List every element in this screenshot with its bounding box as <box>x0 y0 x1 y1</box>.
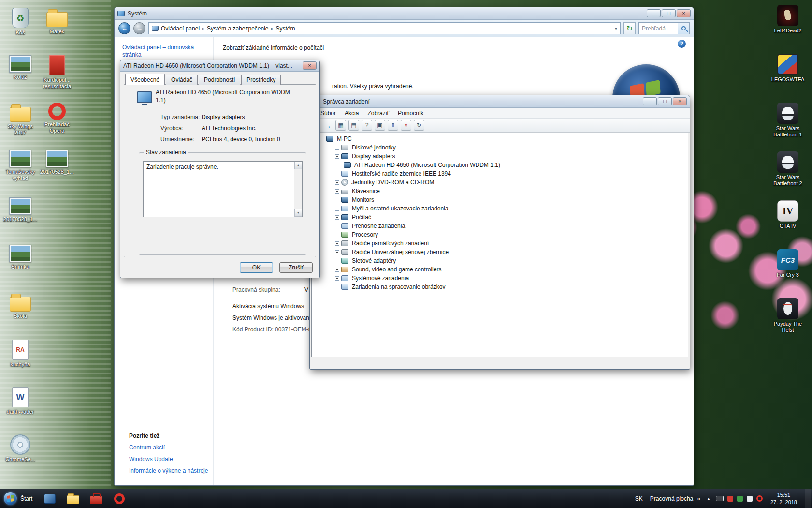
desktop-icon-toma-ovsky-vyhlad[interactable]: Tomašovsky vyhlad <box>3 150 38 181</box>
tree-item-radi-e-univerz-lnej-s-riovej-zbernice[interactable]: Radiče Univerzálnej sériovej zbernice <box>312 248 688 256</box>
maximize-button[interactable]: □ <box>662 9 676 17</box>
close-button[interactable]: × <box>303 61 317 70</box>
tree-item-ati-radeon-hd-4650-microsoft-corporation-wddm-1-1[interactable]: ATI Radeon HD 4650 (Microsoft Corporatio… <box>312 161 688 169</box>
menu-item-s-bor[interactable]: Súbor <box>317 109 340 118</box>
menu-item-akcia[interactable]: Akcia <box>341 109 362 118</box>
desktop-icon-star-wars-battlefront-2[interactable]: Star Wars Battlefront 2 <box>770 151 805 187</box>
breadcrumb-item-syst-m[interactable]: Systém <box>276 25 295 32</box>
tree-item-my-i-a-ostatn-ukazovacie-zariadenia[interactable]: Myši a ostatné ukazovacie zariadenia <box>312 204 688 213</box>
expand-icon[interactable] <box>335 198 339 202</box>
update-driver-icon[interactable]: ⇑ <box>388 120 398 131</box>
desktop-icon-payday-the-heist[interactable]: Payday The Heist <box>770 298 805 333</box>
tab-v-eobecn[interactable]: Všeobecné <box>125 74 165 85</box>
system-window-titlebar[interactable]: Systém – □ × <box>115 7 694 20</box>
desktop-icon-darth-vader[interactable]: Wdarth-vader <box>3 387 38 415</box>
scrollbar[interactable]: ▲ ▼ <box>294 162 302 217</box>
tree-item-syst-mov-zariadenia[interactable]: Systémové zariadenia <box>312 274 688 283</box>
see-also-link-centrum-akci[interactable]: Centrum akcií <box>129 444 208 451</box>
expand-icon[interactable] <box>335 215 339 220</box>
close-button[interactable]: × <box>673 97 687 105</box>
tree-item-radi-e-pam-ov-ch-zariaden[interactable]: Radiče pamäťových zariadení <box>312 239 688 248</box>
desktop-icon-left4dead2[interactable]: Left4Dead2 <box>770 5 805 34</box>
expand-icon[interactable] <box>335 224 339 228</box>
taskbar-app-blue-app-icon[interactable] <box>40 491 59 507</box>
desktop-icon-20170528-1[interactable]: 20170528_1... <box>40 150 74 175</box>
expand-icon[interactable] <box>335 276 339 281</box>
tree-item-monitors[interactable]: Monitors <box>312 195 688 204</box>
tray-red-icon[interactable] <box>727 496 733 502</box>
cancel-button[interactable]: Zrušiť <box>279 262 313 273</box>
start-button[interactable]: Štart <box>0 489 38 508</box>
minimize-button[interactable]: – <box>647 9 661 17</box>
desktop-icon-kuchy-a[interactable]: RAkuchyňa <box>3 340 38 368</box>
desktop-icon-20170528-1[interactable]: 20170528_1... <box>3 197 38 223</box>
tree-item-kl-vesnice[interactable]: Klávesnice <box>312 187 688 195</box>
opera-tray-icon[interactable] <box>756 495 763 502</box>
desktop-icon-sn-mka[interactable]: Snímka <box>3 245 38 270</box>
tree-item-display-adapters[interactable]: Display adapters <box>312 152 688 161</box>
tree-item-diskov-jednotky[interactable]: Diskové jednotky <box>312 143 688 152</box>
help-icon[interactable]: ? <box>678 40 686 48</box>
desktop-icon-kola[interactable]: Škola <box>3 292 38 319</box>
forward-arrow-icon[interactable]: → <box>322 120 333 131</box>
desktop-icon-k[interactable]: ♻Kôš <box>3 8 38 36</box>
tree-item-prenosn-zariadenia[interactable]: Prenosné zariadenia <box>312 222 688 230</box>
device-manager-titlebar[interactable]: Správca zariadení – □ × <box>310 95 690 108</box>
menu-item-zobrazi[interactable]: Zobraziť <box>363 109 393 118</box>
devices-icon[interactable]: ▣ <box>375 120 385 131</box>
expand-icon[interactable] <box>335 180 339 185</box>
scroll-up-icon[interactable]: ▲ <box>294 162 302 169</box>
desktop-icon-legoswtfa[interactable]: LEGOSWTFA <box>770 54 805 83</box>
scroll-down-icon[interactable]: ▼ <box>294 209 302 217</box>
desktop-icon-sky-wings-2017[interactable]: Sky Wings 2017 <box>3 103 38 136</box>
desktop-icon-chromese[interactable]: ChromeSe... <box>3 434 38 463</box>
device-status-textarea[interactable]: Zariadenie pracuje správne. ▲ ▼ <box>143 161 303 217</box>
taskbar-app-opera-icon[interactable] <box>110 491 129 507</box>
taskbar-app-explorer-folder-icon[interactable] <box>63 491 83 507</box>
desktop-toolbar[interactable]: Pracovná plocha » <box>650 495 700 502</box>
breadcrumb-item-syst-m-a-zabezpe-enie[interactable]: Systém a zabezpečenie <box>207 25 268 32</box>
tree-item-po-ta[interactable]: Počítač <box>312 213 688 222</box>
desktop-icon-kol[interactable]: Koláž <box>3 55 38 80</box>
dialog-titlebar[interactable]: ATI Radeon HD 4650 (Microsoft Corporatio… <box>120 60 319 72</box>
desktop-icon-star-wars-battlefront-1[interactable]: Star Wars Battlefront 1 <box>770 103 805 138</box>
taskbar-app-red-toolbox-icon[interactable] <box>87 491 106 507</box>
search-input[interactable]: Prehľadá... <box>638 22 690 34</box>
taskbar-clock[interactable]: 15:51 27. 2. 2018 <box>768 492 800 506</box>
tray-white-icon[interactable] <box>747 496 753 502</box>
tree-item-procesory[interactable]: Procesory <box>312 230 688 239</box>
expand-icon[interactable] <box>335 259 339 263</box>
desktop-icon-kardiopul-resuscit-cia[interactable]: Kardiopul... resuscitácia <box>40 55 74 90</box>
expand-icon[interactable] <box>335 268 339 272</box>
tree-item-hostite-sk-radi-e-zbernice-ieee-1394[interactable]: Hostiteľské radiče zbernice IEEE 1394 <box>312 169 688 178</box>
scan-hardware-icon[interactable]: ↻ <box>414 120 424 131</box>
see-also-link-windows-update[interactable]: Windows Update <box>129 456 208 463</box>
tray-chevron-icon[interactable]: ▴ <box>705 496 712 501</box>
tray-green-icon[interactable] <box>737 496 743 502</box>
collapse-icon[interactable] <box>335 154 339 159</box>
desktop-icon-gta-iv[interactable]: IVGTA IV <box>770 200 805 229</box>
expand-icon[interactable] <box>335 233 339 237</box>
expand-icon[interactable] <box>335 172 339 176</box>
refresh-icon[interactable]: ↻ <box>624 22 636 34</box>
maximize-button[interactable]: □ <box>658 97 672 105</box>
see-also-link-inform-cie-o-v-kone-a-n-stroje[interactable]: Informácie o výkone a nástroje <box>129 467 208 474</box>
language-indicator[interactable]: SK <box>633 494 645 503</box>
help-icon[interactable]: ? <box>362 120 372 131</box>
forward-button[interactable]: → <box>133 22 145 34</box>
search-button[interactable] <box>678 23 689 34</box>
expand-icon[interactable] <box>335 250 339 254</box>
ok-button[interactable]: OK <box>240 262 273 273</box>
tree-item-zariadenia-na-spracovanie-obr-zkov[interactable]: Zariadenia na spracovanie obrázkov <box>312 283 688 291</box>
expand-icon[interactable] <box>335 241 339 246</box>
tree-item-jednotky-dvd-rom-a-cd-rom[interactable]: Jednotky DVD-ROM a CD-ROM <box>312 178 688 187</box>
tab-ovl-da[interactable]: Ovládač <box>166 75 198 85</box>
minimize-button[interactable]: – <box>643 97 657 105</box>
expand-icon[interactable] <box>335 146 339 150</box>
tree-item-m-pc[interactable]: M-PC <box>312 134 688 143</box>
chevron-down-icon[interactable]: ▾ <box>615 26 617 31</box>
expand-icon[interactable] <box>335 285 339 289</box>
toolbar-overflow-icon[interactable]: » <box>697 495 700 502</box>
show-desktop-button[interactable] <box>805 489 811 508</box>
desktop-icon-far-cry-3[interactable]: FC3Far Cry 3 <box>770 249 805 278</box>
